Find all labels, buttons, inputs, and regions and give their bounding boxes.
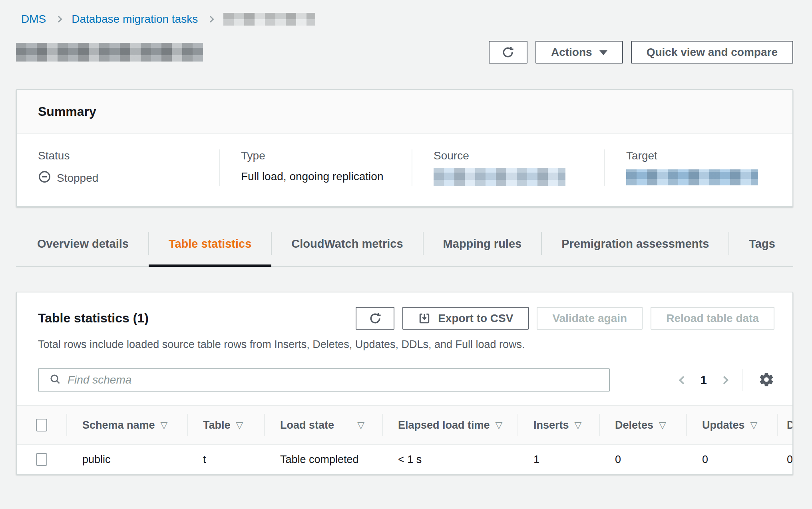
status-label: Status [38, 149, 219, 162]
column-header-updates[interactable]: Updates ▽ [686, 406, 777, 444]
stopped-circle-icon [38, 170, 51, 186]
page: DMS Database migration tasks Actions [16, 0, 793, 475]
select-all-header-cell [17, 406, 66, 444]
tab-cloudwatch-metrics[interactable]: CloudWatch metrics [271, 228, 423, 266]
table-statistics-panel: Table statistics (1) [16, 292, 793, 475]
cell-updates: 0 [686, 444, 777, 474]
column-label: Inserts [533, 419, 569, 431]
validate-button-label: Validate again [552, 312, 627, 325]
sort-triangle-icon[interactable]: ▽ [161, 421, 168, 430]
cell-ddls-truncated: 0 [777, 444, 793, 474]
sort-triangle-icon[interactable]: ▽ [750, 421, 758, 430]
quick-view-and-compare-button[interactable]: Quick view and compare [631, 41, 793, 64]
target-label: Target [626, 149, 792, 162]
page-number[interactable]: 1 [701, 374, 707, 387]
cell-load-state: Table completed [264, 444, 382, 474]
type-label: Type [241, 149, 412, 162]
sort-triangle-icon[interactable]: ▽ [659, 421, 666, 430]
pagination: 1 [680, 369, 774, 391]
actions-button[interactable]: Actions [535, 41, 623, 64]
tab-bar: Overview details Table statistics CloudW… [16, 228, 793, 267]
summary-status-field: Status Stopped [17, 149, 219, 186]
select-all-checkbox[interactable] [36, 419, 47, 431]
column-label: Load state [280, 419, 334, 431]
tab-tags[interactable]: Tags [729, 228, 795, 266]
summary-target-field: Target [604, 149, 792, 186]
column-label: Table [203, 419, 231, 431]
column-label: D [787, 419, 793, 431]
chevron-right-icon[interactable] [720, 376, 728, 384]
validate-again-button[interactable]: Validate again [537, 307, 643, 330]
table-statistics-title: Table statistics (1) [38, 311, 149, 326]
target-value-redacted[interactable] [626, 169, 758, 185]
column-label: Schema name [82, 419, 155, 431]
toolbar: Actions Quick view and compare [489, 41, 793, 64]
statistics-table: Schema name ▽ Table ▽ Load state ▽ Elaps… [17, 406, 792, 474]
summary-panel: Summary Status Stopped Type Full load, o… [16, 89, 793, 207]
table-refresh-button[interactable] [356, 307, 394, 330]
quick-view-button-label: Quick view and compare [647, 46, 778, 59]
column-label: Deletes [615, 419, 653, 431]
column-header-deletes[interactable]: Deletes ▽ [599, 406, 686, 444]
column-header-load-state[interactable]: Load state ▽ [264, 406, 382, 444]
table-statistics-actions: Export to CSV Validate again Reload tabl… [356, 307, 774, 330]
refresh-button[interactable] [489, 41, 527, 64]
row-select-cell [17, 444, 66, 474]
tab-mapping-rules[interactable]: Mapping rules [423, 228, 542, 266]
breadcrumb-tasks[interactable]: Database migration tasks [72, 13, 198, 26]
chevron-right-icon [207, 16, 214, 23]
source-label: Source [434, 149, 604, 162]
reload-table-data-button[interactable]: Reload table data [651, 307, 774, 330]
summary-title: Summary [17, 90, 792, 134]
find-schema-input[interactable] [68, 374, 605, 386]
chevron-left-icon[interactable] [679, 376, 687, 384]
schema-search[interactable] [38, 368, 610, 392]
refresh-icon [368, 312, 382, 325]
actions-button-label: Actions [551, 46, 592, 59]
summary-source-field: Source [412, 149, 604, 186]
breadcrumb: DMS Database migration tasks [21, 0, 793, 26]
gear-icon [758, 372, 774, 389]
column-label: Elapsed load time [398, 419, 490, 431]
download-icon [418, 312, 431, 325]
column-header-ddls-truncated[interactable]: D [777, 406, 793, 444]
column-header-schema-name[interactable]: Schema name ▽ [66, 406, 187, 444]
table-settings-button[interactable] [758, 372, 774, 389]
caret-down-icon [599, 50, 607, 55]
magnifier-icon [49, 373, 61, 387]
source-value-redacted[interactable] [434, 168, 565, 186]
row-checkbox[interactable] [36, 453, 47, 466]
reload-button-label: Reload table data [666, 312, 759, 325]
pagination-divider [742, 369, 743, 391]
type-value: Full load, ongoing replication [241, 170, 412, 183]
column-label: Updates [702, 419, 745, 431]
status-text: Stopped [57, 172, 98, 185]
sort-triangle-icon[interactable]: ▽ [236, 421, 243, 430]
task-name-redacted [16, 43, 203, 62]
cell-elapsed-load-time: < 1 s [382, 444, 517, 474]
sort-triangle-icon[interactable]: ▽ [575, 421, 582, 430]
breadcrumb-dms[interactable]: DMS [21, 13, 46, 26]
status-value: Stopped [38, 170, 219, 186]
cell-inserts: 1 [517, 444, 599, 474]
table-controls-row: 1 [38, 368, 774, 392]
refresh-icon [501, 46, 515, 59]
sort-triangle-icon[interactable]: ▽ [496, 421, 503, 430]
column-header-inserts[interactable]: Inserts ▽ [517, 406, 599, 444]
chevron-right-icon [56, 16, 62, 23]
page-header: Actions Quick view and compare [16, 41, 793, 64]
column-header-table[interactable]: Table ▽ [187, 406, 264, 444]
column-header-elapsed-load-time[interactable]: Elapsed load time ▽ [382, 406, 517, 444]
export-button-label: Export to CSV [438, 312, 513, 325]
breadcrumb-current-redacted [223, 13, 315, 26]
cell-table: t [187, 444, 264, 474]
tab-premigration-assessments[interactable]: Premigration assessments [541, 228, 729, 266]
summary-fields: Status Stopped Type Full load, ongoing r… [17, 134, 792, 206]
sort-triangle-icon[interactable]: ▽ [357, 421, 364, 430]
tab-overview-details[interactable]: Overview details [16, 228, 149, 266]
tab-table-statistics[interactable]: Table statistics [149, 228, 271, 266]
cell-schema-name: public [66, 444, 187, 474]
cell-deletes: 0 [599, 444, 686, 474]
table-statistics-description: Total rows include loaded source table r… [38, 338, 774, 351]
export-to-csv-button[interactable]: Export to CSV [402, 307, 529, 330]
